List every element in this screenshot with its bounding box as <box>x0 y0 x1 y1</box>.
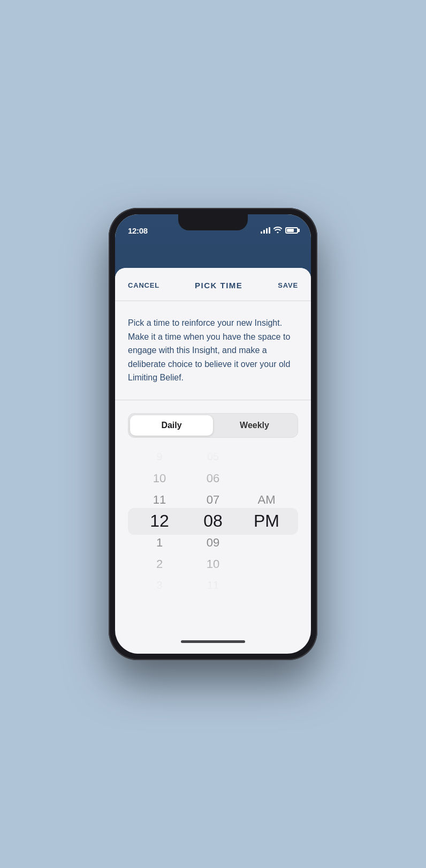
status-time: 12:08 <box>128 226 148 235</box>
picker-item: 11 <box>186 575 240 596</box>
description-text: Pick a time to reinforce your new Insigh… <box>115 301 311 400</box>
home-indicator <box>181 640 245 643</box>
minutes-column[interactable]: 05 06 07 08 09 10 11 <box>186 446 240 596</box>
picker-item: 10 <box>186 553 240 575</box>
wifi-icon <box>273 227 282 235</box>
save-button[interactable]: SAVE <box>278 281 298 289</box>
daily-option[interactable]: Daily <box>130 415 213 436</box>
picker-item: 07 <box>186 489 240 511</box>
phone-frame: 12:08 <box>109 208 317 660</box>
picker-item: 06 <box>186 468 240 489</box>
status-icons <box>261 227 298 235</box>
modal-title: PICK TIME <box>195 281 242 290</box>
picker-item: 05 <box>186 446 240 468</box>
picker-selected-hour: 12 <box>133 511 186 532</box>
picker-item-am: AM <box>240 489 293 511</box>
picker-selected-minute: 08 <box>186 511 240 532</box>
cancel-button[interactable]: CANCEL <box>128 281 159 289</box>
phone-screen: 12:08 <box>115 214 311 654</box>
time-picker[interactable]: 9 10 11 12 1 2 3 05 06 07 08 09 <box>115 446 311 596</box>
signal-icon <box>261 227 270 234</box>
frequency-section: Daily Weekly <box>115 400 311 446</box>
modal-header: CANCEL PICK TIME SAVE <box>115 268 311 301</box>
picker-item: 10 <box>133 468 186 489</box>
picker-item: 1 <box>133 532 186 553</box>
picker-item: 11 <box>133 489 186 511</box>
picker-item: 2 <box>133 553 186 575</box>
picker-item: 3 <box>133 575 186 596</box>
picker-item: 09 <box>186 532 240 553</box>
modal-container: CANCEL PICK TIME SAVE Pick a time to rei… <box>115 268 311 654</box>
battery-icon <box>285 227 298 234</box>
picker-item: 9 <box>133 446 186 468</box>
picker-selected-period: PM <box>240 511 293 532</box>
picker-columns: 9 10 11 12 1 2 3 05 06 07 08 09 <box>128 446 298 596</box>
weekly-option[interactable]: Weekly <box>213 415 296 436</box>
hours-column[interactable]: 9 10 11 12 1 2 3 <box>133 446 186 596</box>
ampm-column[interactable]: AM PM <box>240 446 293 596</box>
notch <box>178 214 248 230</box>
frequency-toggle: Daily Weekly <box>128 413 298 438</box>
